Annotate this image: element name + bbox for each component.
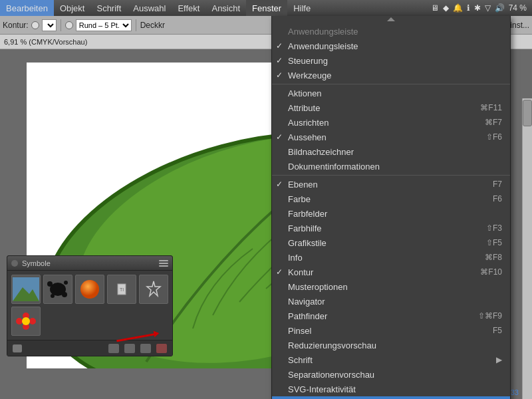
menu-item-bildnachzeichner[interactable]: Bildnachzeichner: [272, 144, 510, 159]
menu-item-farbfelder[interactable]: Farbfelder: [272, 206, 510, 221]
menu-item-aktionen[interactable]: Aktionen: [272, 86, 510, 100]
svg-point-8: [47, 281, 53, 287]
menu-fenster[interactable]: Fenster: [246, 0, 287, 16]
menu-item-musteroptionen[interactable]: Musteroptionen: [272, 279, 510, 294]
menu-item-label: Werkzeuge: [288, 70, 502, 80]
kontur-select[interactable]: [42, 19, 57, 31]
svg-rect-17: [140, 277, 167, 301]
menu-item-label: Anwendungsleiste: [288, 27, 502, 37]
svg-point-11: [62, 292, 67, 297]
menu-auswahl[interactable]: Auswahl: [127, 0, 172, 16]
menu-item-label: Pinsel: [288, 326, 487, 336]
scrollbar-right[interactable]: [522, 98, 532, 399]
menu-item-shortcut: ⇧F6: [486, 132, 502, 142]
menu-item-label: Aktionen: [288, 88, 502, 98]
menu-item-shortcut: ⌘F8: [485, 253, 502, 262]
footer-icon-grid[interactable]: [140, 344, 151, 353]
symbol-item-flower[interactable]: [11, 307, 41, 336]
menu-item-label: Info: [288, 253, 479, 263]
menu-item-grafikstile[interactable]: Grafikstile ⇧F5: [272, 235, 510, 250]
menu-item-shortcut: ⌘F7: [485, 118, 502, 127]
menu-item-info[interactable]: Info ⌘F8: [272, 250, 510, 265]
menu-item-schrift[interactable]: Schrift ▶: [272, 352, 510, 367]
rund-indicator: [65, 21, 73, 29]
dropdown-menu: Anwendungsleiste Anwendungsleiste Steuer…: [271, 16, 511, 399]
asterisk-icon: ✱: [474, 3, 481, 13]
rund-select[interactable]: Rund – 5 Pt.: [76, 19, 132, 31]
menu-item-pinsel[interactable]: Pinsel F5: [272, 323, 510, 338]
menu-item-shortcut: ⇧F3: [486, 223, 502, 233]
menu-item-steuerung[interactable]: Steuerung: [272, 53, 510, 68]
menu-item-label: SVG-Interaktivität: [288, 384, 502, 394]
menu-item-attribute[interactable]: Attribute ⌘F11: [272, 100, 510, 115]
deckk-label: Deckkr: [140, 21, 165, 30]
menu-item-ebenen[interactable]: Ebenen F7: [272, 177, 510, 192]
menu-item-reduzierungsvorschau[interactable]: Reduzierungsvorschau: [272, 338, 510, 352]
menu-hilfe[interactable]: Hilfe: [287, 0, 317, 16]
menu-item-farbe[interactable]: Farbe F6: [272, 192, 510, 206]
wifi-icon: ▽: [485, 3, 491, 13]
menu-item-label: Farbe: [288, 194, 487, 204]
info-icon: ℹ: [467, 3, 470, 13]
panel-content: TI: [7, 271, 172, 340]
symbol-item-landscape[interactable]: [11, 275, 41, 304]
menu-item-label: Steuerung: [288, 56, 502, 66]
menu-item-shortcut: ⇧⌘F9: [478, 311, 502, 321]
menu-objekt[interactable]: Objekt: [54, 0, 91, 16]
svg-point-9: [64, 281, 68, 285]
footer-icon-list[interactable]: [13, 344, 22, 352]
svg-point-13: [80, 280, 99, 299]
menu-item-kontur[interactable]: Kontur ⌘F10: [272, 265, 510, 279]
svg-text:TI: TI: [120, 287, 124, 292]
menu-item-shortcut: F7: [493, 180, 502, 189]
dropdown-section-1: Anwendungsleiste Anwendungsleiste Steuer…: [272, 23, 510, 84]
scroll-thumb[interactable]: [523, 100, 532, 126]
symbol-item-splatter[interactable]: [43, 275, 72, 304]
menu-item-svg-interaktivitat[interactable]: SVG-Interaktivität: [272, 382, 510, 396]
menu-item-symbole[interactable]: Symbole ⇧⌘F11: [272, 396, 510, 399]
menu-item-anwendungsleiste-gray[interactable]: Anwendungsleiste: [272, 24, 510, 39]
menu-item-label: Farbhilfe: [288, 223, 481, 233]
menu-effekt[interactable]: Effekt: [172, 0, 205, 16]
panel-close-button[interactable]: [11, 260, 18, 267]
kontur-color-swatch[interactable]: [31, 21, 39, 29]
symbol-item-bar[interactable]: TI: [107, 275, 136, 304]
menu-item-separationenvorschau[interactable]: Separationenvorschau: [272, 367, 510, 382]
volume-icon: 🔊: [495, 3, 505, 13]
symbol-item-orange-ball[interactable]: [75, 275, 104, 304]
menu-item-farbhilfe[interactable]: Farbhilfe ⇧F3: [272, 221, 510, 235]
menubar-system-icons: 🖥 ◆ 🔔 ℹ ✱ ▽ 🔊 74 %: [431, 3, 532, 13]
menu-item-aussehen[interactable]: Aussehen ⇧F6: [272, 130, 510, 144]
menu-item-shortcut: ⇧F5: [486, 238, 502, 247]
footer-icon-refresh[interactable]: [124, 344, 135, 353]
menu-item-ausrichten[interactable]: Ausrichten ⌘F7: [272, 115, 510, 130]
menu-item-label: Separationenvorschau: [288, 370, 502, 380]
footer-icon-delete[interactable]: [156, 344, 167, 353]
symbol-item-star[interactable]: [139, 275, 168, 304]
panel-menu-button[interactable]: [159, 260, 168, 267]
menu-item-label: Attribute: [288, 103, 475, 113]
footer-icon-place[interactable]: [108, 344, 119, 353]
scroll-indicator-top: [272, 16, 510, 23]
menu-item-shortcut: ⌘F11: [480, 103, 502, 112]
panel-menu-line-2: [159, 263, 168, 264]
svg-point-10: [51, 294, 55, 298]
svg-point-24: [22, 317, 30, 325]
menu-item-label: Farbfelder: [288, 209, 502, 219]
menu-item-label: Navigator: [288, 297, 502, 307]
menu-item-label: Musteroptionen: [288, 282, 502, 292]
dropdown-section-3: Ebenen F7 Farbe F6 Farbfelder Farbhilfe …: [272, 176, 510, 399]
panel-titlebar: Symbole: [7, 256, 172, 271]
menu-item-shortcut: F5: [493, 326, 502, 335]
menu-item-shortcut: ⌘F10: [480, 267, 502, 277]
menu-bearbeiten[interactable]: Bearbeiten: [0, 0, 54, 16]
menu-schrift[interactable]: Schrift: [90, 0, 127, 16]
menu-ansicht[interactable]: Ansicht: [205, 0, 246, 16]
menu-item-werkzeuge[interactable]: Werkzeuge: [272, 68, 510, 82]
menu-item-label: Anwendungsleiste: [288, 41, 502, 51]
menu-item-navigator[interactable]: Navigator: [272, 294, 510, 309]
diamond-icon: ◆: [443, 3, 449, 13]
menu-item-pathfinder[interactable]: Pathfinder ⇧⌘F9: [272, 309, 510, 323]
menu-item-dokumentinformationen[interactable]: Dokumentinformationen: [272, 159, 510, 174]
menu-item-anwendungsleiste[interactable]: Anwendungsleiste: [272, 39, 510, 53]
